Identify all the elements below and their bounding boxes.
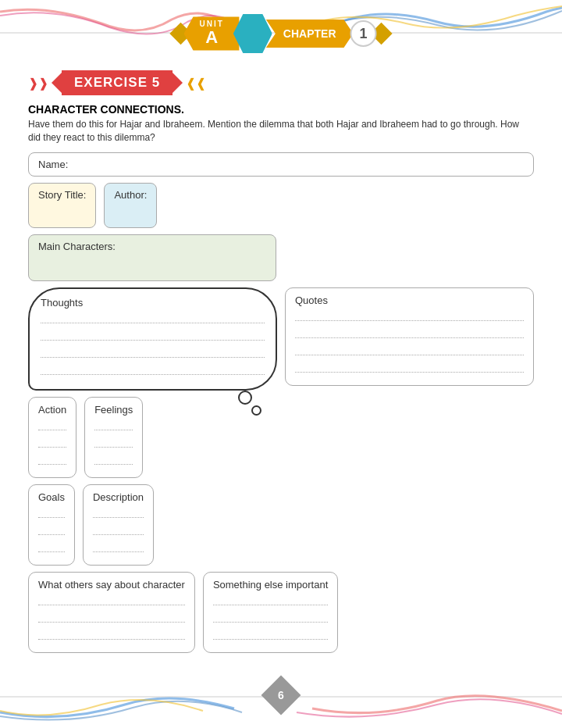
author-label: Author: (114, 189, 147, 201)
description-container: Description (83, 484, 154, 566)
story-title-field[interactable]: Story Title: (28, 183, 96, 228)
something-else-container: Something else important (203, 572, 338, 653)
others-something-row: What others say about character Somethin… (28, 572, 534, 653)
quotes-lines (295, 310, 524, 373)
goals-description-row: Goals Description (28, 484, 534, 566)
main-content: ❱❱ EXERCISE 5 ❰❰ CHARACTER CONNECTIONS. … (28, 70, 534, 666)
feelings-container: Feelings (84, 397, 143, 478)
arrow-right (172, 72, 183, 94)
what-others-lines (38, 594, 185, 640)
what-others-box[interactable]: What others say about character (28, 572, 195, 653)
action-container: Action (28, 397, 76, 478)
action-lines (38, 419, 66, 465)
goals-label: Goals (38, 491, 65, 503)
quotes-box[interactable]: Quotes (285, 287, 534, 386)
exercise-title-box: EXERCISE 5 (62, 70, 173, 95)
section-desc: Have them do this for Hajar and Ibraheem… (28, 118, 534, 145)
description-box[interactable]: Description (83, 484, 154, 566)
feelings-lines (94, 419, 133, 465)
deco-right: ❰❰ (186, 76, 206, 91)
thoughts-label: Thoughts (41, 297, 265, 309)
exercise-title-bar: ❱❱ EXERCISE 5 ❰❰ (28, 70, 534, 95)
chapter-number: 1 (359, 26, 367, 42)
something-else-label: Something else important (213, 579, 328, 591)
name-label: Name: (38, 159, 68, 170)
page-number: 6 (278, 689, 284, 701)
thoughts-lines (41, 312, 265, 375)
description-lines (93, 507, 144, 552)
action-feelings-row: Action Feelings (28, 397, 534, 478)
goals-container: Goals (28, 484, 75, 566)
description-label: Description (93, 491, 144, 503)
something-else-lines (213, 594, 328, 640)
exercise-label: EXERCISE 5 (74, 75, 160, 90)
story-title-label: Story Title: (38, 189, 86, 201)
goals-lines (38, 507, 65, 552)
unit-chapter-badge: UNIT A CHAPTER 1 (173, 14, 389, 53)
goals-box[interactable]: Goals (28, 484, 75, 566)
quotes-container: Quotes (285, 287, 534, 386)
quotes-label: Quotes (295, 294, 524, 306)
story-author-row: Story Title: Author: (28, 183, 534, 228)
arrow-left (52, 72, 62, 94)
action-label: Action (38, 404, 66, 416)
page-number-area: 6 (267, 681, 295, 709)
thoughts-bubble[interactable]: Thoughts (28, 287, 277, 391)
something-else-box[interactable]: Something else important (203, 572, 338, 653)
what-others-container: What others say about character (28, 572, 195, 653)
feelings-box[interactable]: Feelings (84, 397, 143, 478)
thoughts-quotes-row: Thoughts Quotes (28, 287, 534, 391)
name-field[interactable]: Name: (28, 152, 534, 177)
section-title: CHARACTER CONNECTIONS. (28, 103, 534, 116)
feelings-label: Feelings (94, 404, 133, 416)
unit-letter: A (205, 28, 218, 47)
deco-left: ❱❱ (28, 76, 48, 91)
thoughts-container: Thoughts (28, 287, 277, 391)
action-box[interactable]: Action (28, 397, 76, 478)
main-characters-field[interactable]: Main Characters: (28, 234, 276, 281)
what-others-label: What others say about character (38, 579, 185, 591)
author-field[interactable]: Author: (104, 183, 157, 228)
chapter-label: CHAPTER (283, 27, 336, 40)
main-chars-label: Main Characters: (38, 241, 116, 252)
